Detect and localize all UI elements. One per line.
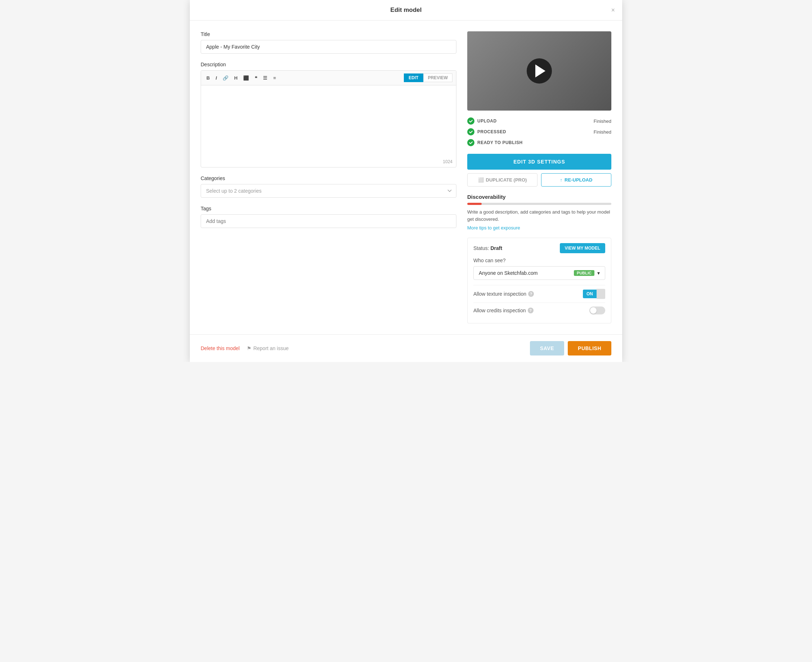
upload-status-icon [467, 117, 474, 125]
progress-bar-fill [467, 203, 482, 205]
right-panel: UPLOAD Finished PROCESSED Finished [467, 31, 611, 323]
video-preview[interactable] [467, 31, 611, 111]
texture-inspection-row: Allow texture inspection ? ON [473, 285, 605, 302]
char-count: 1024 [201, 157, 456, 167]
editor-body[interactable] [201, 85, 456, 157]
visibility-select-wrapper: Anyone on Sketchfab.com PUBLIC ▾ [473, 266, 605, 280]
quote-icon: ❝ [255, 75, 257, 81]
upload-status-left: UPLOAD [467, 117, 497, 125]
delete-link[interactable]: Delete this model [201, 345, 240, 351]
credits-inspection-label: Allow credits inspection ? [473, 308, 534, 313]
upload-status-value: Finished [594, 119, 611, 124]
discoverability-section: Discoverability Write a good description… [467, 194, 611, 230]
duplicate-label: DUPLICATE (PRO) [486, 177, 527, 183]
tags-group: Tags [201, 206, 457, 228]
play-button[interactable] [527, 58, 552, 84]
public-badge: PUBLIC [574, 270, 594, 276]
toggle-handle[interactable] [597, 289, 605, 299]
status-value-text: Draft [490, 245, 502, 251]
description-editor: B I 🔗 H ⬛ ❝ ☰ ≡ EDIT PREVIEW [201, 70, 457, 167]
texture-inspection-text: Allow texture inspection [473, 291, 526, 297]
processed-status-left: PROCESSED [467, 128, 506, 135]
image-button[interactable]: ⬛ [241, 74, 251, 82]
check-icon [469, 119, 473, 123]
save-button[interactable]: SAVE [530, 341, 564, 355]
modal-header: Edit model × [190, 0, 622, 21]
upload-label: UPLOAD [478, 119, 497, 124]
ready-status-left: READY TO PUBLISH [467, 139, 523, 146]
preview-tab[interactable]: PREVIEW [423, 74, 452, 82]
edit-3d-button[interactable]: EDIT 3D SETTINGS [467, 154, 611, 170]
description-group: Description B I 🔗 H ⬛ ❝ ☰ ≡ EDIT [201, 62, 457, 167]
status-label-text: Status: [473, 245, 489, 251]
italic-icon: I [215, 75, 217, 81]
credits-toggle[interactable] [589, 307, 605, 315]
unordered-list-button[interactable]: ≡ [271, 74, 278, 82]
texture-toggle[interactable]: ON [583, 289, 605, 299]
quote-button[interactable]: ❝ [253, 74, 259, 82]
duplicate-button[interactable]: ⬜ DUPLICATE (PRO) [467, 173, 537, 186]
flag-icon: ⚑ [247, 345, 251, 351]
help-icon[interactable]: ? [528, 291, 534, 297]
footer-left: Delete this model ⚑ Report an issue [201, 345, 289, 351]
tags-label: Tags [201, 206, 457, 211]
modal-body: Title Description B I 🔗 H ⬛ ❝ ☰ ≡ [190, 21, 622, 323]
italic-button[interactable]: I [214, 74, 219, 82]
bold-icon: B [206, 75, 210, 81]
play-icon [535, 64, 545, 77]
link-button[interactable]: 🔗 [221, 74, 230, 82]
editor-toolbar: B I 🔗 H ⬛ ❝ ☰ ≡ EDIT PREVIEW [201, 71, 456, 85]
model-status-text: Status: Draft [473, 245, 502, 251]
reupload-icon: ↑ [560, 177, 563, 183]
modal-title: Edit model [391, 6, 422, 14]
categories-group: Categories Select up to 2 categories [201, 175, 457, 198]
reupload-button[interactable]: ↑ RE-UPLOAD [541, 173, 611, 186]
modal-footer: Delete this model ⚑ Report an issue SAVE… [190, 334, 622, 362]
texture-inspection-label: Allow texture inspection ? [473, 291, 534, 297]
tags-input[interactable] [201, 214, 457, 228]
check-icon-2 [469, 130, 473, 134]
help-icon-2[interactable]: ? [528, 308, 534, 313]
edit-tab[interactable]: EDIT [404, 74, 423, 82]
categories-label: Categories [201, 175, 457, 181]
ready-label: READY TO PUBLISH [478, 140, 523, 145]
title-input[interactable] [201, 40, 457, 54]
report-label: Report an issue [253, 345, 289, 351]
modal: Edit model × Title Description B I 🔗 H [190, 0, 622, 362]
duplicate-icon: ⬜ [478, 177, 484, 183]
title-label: Title [201, 31, 457, 37]
processed-status-icon [467, 128, 474, 135]
ordered-list-button[interactable]: ☰ [261, 74, 269, 82]
heading-button[interactable]: H [232, 74, 239, 82]
publish-button[interactable]: PUBLISH [568, 341, 611, 355]
discoverability-title: Discoverability [467, 194, 611, 200]
edit-preview-tabs: EDIT PREVIEW [404, 74, 452, 82]
processed-status-item: PROCESSED Finished [467, 127, 611, 137]
status-list: UPLOAD Finished PROCESSED Finished [467, 116, 611, 148]
unordered-list-icon: ≡ [273, 75, 276, 81]
categories-select[interactable]: Select up to 2 categories [201, 184, 457, 198]
credits-inspection-row: Allow credits inspection ? [473, 302, 605, 318]
check-icon-3 [469, 140, 473, 145]
view-model-button[interactable]: VIEW MY MODEL [560, 243, 605, 253]
upload-status-item: UPLOAD Finished [467, 116, 611, 127]
visibility-select[interactable]: Anyone on Sketchfab.com PUBLIC ▾ [473, 266, 605, 280]
title-group: Title [201, 31, 457, 54]
action-buttons-row: ⬜ DUPLICATE (PRO) ↑ RE-UPLOAD [467, 173, 611, 186]
who-can-see-label: Who can see? [473, 257, 605, 263]
toggle-on-button[interactable]: ON [583, 289, 597, 298]
discoverability-text: Write a good description, add categories… [467, 209, 611, 223]
left-panel: Title Description B I 🔗 H ⬛ ❝ ☰ ≡ [201, 31, 457, 323]
ready-status-icon [467, 139, 474, 146]
close-button[interactable]: × [611, 7, 615, 13]
description-label: Description [201, 62, 457, 67]
ready-status-item: READY TO PUBLISH [467, 137, 611, 148]
bold-button[interactable]: B [205, 74, 211, 82]
image-icon: ⬛ [243, 75, 249, 81]
report-link[interactable]: ⚑ Report an issue [247, 345, 289, 351]
visibility-value: Anyone on Sketchfab.com [479, 270, 537, 276]
heading-icon: H [234, 75, 237, 81]
progress-bar-bg [467, 203, 611, 205]
status-card: Status: Draft VIEW MY MODEL Who can see?… [467, 238, 611, 323]
tips-link[interactable]: More tips to get exposure [467, 225, 520, 230]
